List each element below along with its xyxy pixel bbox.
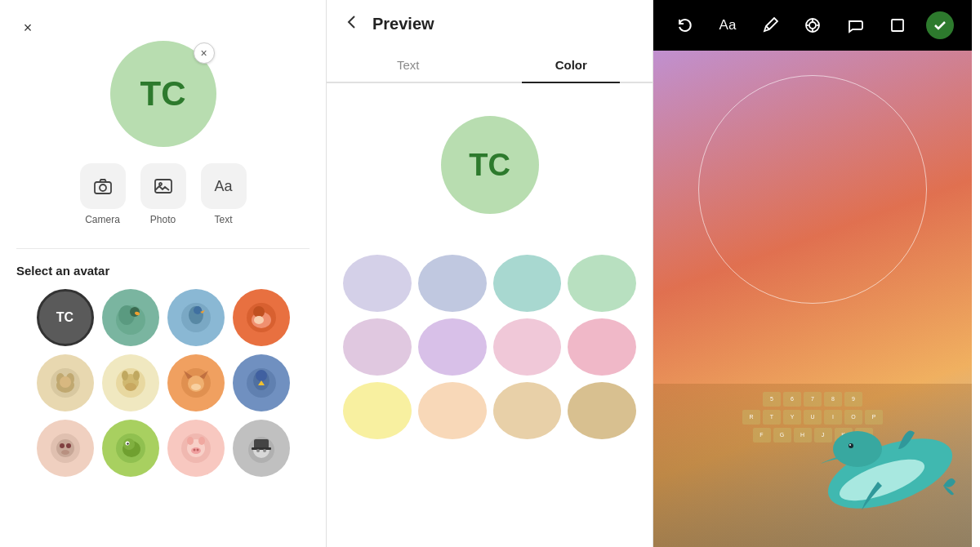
swatch-row-1	[343, 255, 636, 312]
svg-point-59	[809, 22, 816, 29]
avatar-item-pig[interactable]	[167, 420, 225, 477]
avatar-item-dino[interactable]	[102, 420, 159, 477]
swatch-pink-light[interactable]	[493, 318, 562, 376]
swatch-purple-light[interactable]	[418, 318, 487, 376]
svg-point-39	[61, 450, 69, 455]
swatch-row-2	[343, 318, 636, 376]
avatar-item-fox2[interactable]	[167, 354, 225, 411]
swatch-mint[interactable]	[568, 255, 636, 312]
svg-point-51	[198, 437, 205, 445]
svg-rect-55	[252, 447, 271, 450]
swatch-teal-light[interactable]	[493, 255, 562, 312]
preview-title: Preview	[372, 15, 434, 33]
svg-point-57	[263, 449, 266, 452]
swatch-tan[interactable]	[568, 382, 636, 439]
svg-point-14	[253, 306, 265, 318]
left-panel: × TC × Camera	[0, 0, 327, 547]
preview-header: Preview	[327, 0, 653, 48]
photo-button[interactable]: Photo	[140, 163, 186, 225]
svg-point-66	[833, 431, 882, 467]
camera-label: Camera	[85, 214, 120, 225]
swatch-periwinkle[interactable]	[418, 255, 487, 312]
close-icon: ×	[24, 20, 33, 37]
swatch-row-3	[343, 382, 636, 439]
remove-icon: ×	[200, 47, 207, 60]
svg-point-30	[191, 384, 201, 390]
tab-color[interactable]: Color	[490, 48, 653, 82]
right-panel: Aa	[653, 0, 972, 547]
divider	[16, 248, 310, 249]
swatch-rose[interactable]	[568, 318, 636, 376]
tabs-row: Text Color	[327, 48, 653, 83]
svg-point-44	[127, 442, 128, 444]
svg-point-56	[256, 449, 260, 452]
dolphin-image	[808, 367, 972, 531]
photo-area: 5 6 7 8 9 R T Y U I O P	[653, 51, 972, 547]
svg-point-68	[849, 443, 853, 448]
svg-point-15	[254, 316, 264, 324]
undo-button[interactable]	[671, 11, 699, 39]
avatar-initials: TC	[140, 74, 186, 113]
avatar-item-tc[interactable]: TC	[37, 289, 94, 346]
preview-avatar: TC	[441, 116, 539, 214]
circle-overlay	[698, 75, 927, 304]
svg-point-24	[133, 371, 140, 380]
text-icon: Aa	[201, 163, 247, 209]
avatar-item-dog-hat[interactable]	[233, 420, 290, 477]
svg-point-23	[122, 371, 128, 380]
svg-point-10	[194, 306, 202, 314]
crop-button[interactable]	[884, 11, 911, 39]
swatch-lilac[interactable]	[343, 318, 412, 376]
svg-rect-64	[892, 20, 903, 31]
svg-point-49	[196, 449, 198, 451]
svg-point-6	[130, 307, 140, 317]
svg-point-1	[100, 185, 106, 191]
svg-point-47	[191, 447, 201, 454]
svg-point-25	[125, 383, 136, 391]
svg-rect-2	[155, 180, 172, 193]
avatar-wrapper: TC ×	[110, 41, 216, 147]
avatar-item-parrot[interactable]	[233, 354, 290, 411]
confirm-button[interactable]	[926, 11, 954, 39]
avatar-grid: TC	[16, 289, 310, 477]
back-button[interactable]	[343, 13, 361, 35]
middle-panel: Preview Text Color TC	[327, 0, 653, 547]
svg-point-38	[66, 443, 71, 448]
avatar-item-dog1[interactable]	[37, 354, 94, 411]
swatch-peach[interactable]	[418, 382, 487, 439]
camera-icon	[80, 163, 126, 209]
svg-point-69	[849, 444, 851, 446]
svg-point-48	[193, 449, 195, 451]
swatch-yellow[interactable]	[343, 382, 412, 439]
svg-point-37	[60, 443, 65, 448]
photo-label: Photo	[150, 214, 176, 225]
section-title: Select an avatar	[16, 264, 109, 278]
close-button[interactable]: ×	[15, 15, 41, 41]
text-label: Text	[214, 214, 232, 225]
avatar-item-dog2[interactable]	[102, 354, 159, 411]
preview-initials: TC	[469, 148, 510, 183]
avatar-remove-button[interactable]: ×	[194, 42, 215, 64]
text-format-button[interactable]: Aa	[714, 11, 742, 39]
avatar-item-duck[interactable]	[102, 289, 159, 346]
avatar-item-fox-orange[interactable]	[233, 289, 290, 346]
target-button[interactable]	[799, 11, 826, 39]
text-button[interactable]: Aa Text	[201, 163, 247, 225]
color-swatches-section	[327, 238, 653, 547]
photo-icon	[140, 163, 186, 209]
swatch-sand[interactable]	[493, 382, 562, 439]
avatar-item-sloth[interactable]	[37, 420, 94, 477]
svg-point-20	[60, 376, 71, 388]
bubble-button[interactable]	[841, 11, 869, 39]
svg-point-50	[187, 437, 194, 445]
camera-button[interactable]: Camera	[80, 163, 126, 225]
tab-text[interactable]: Text	[327, 48, 490, 82]
svg-point-33	[256, 370, 267, 381]
right-toolbar: Aa	[653, 0, 972, 51]
swatch-lavender[interactable]	[343, 255, 412, 312]
pen-button[interactable]	[756, 11, 784, 39]
photo-background: 5 6 7 8 9 R T Y U I O P	[653, 51, 972, 547]
preview-avatar-area: TC	[327, 83, 653, 238]
svg-point-3	[159, 183, 162, 185]
avatar-item-bird-blue[interactable]	[167, 289, 225, 346]
